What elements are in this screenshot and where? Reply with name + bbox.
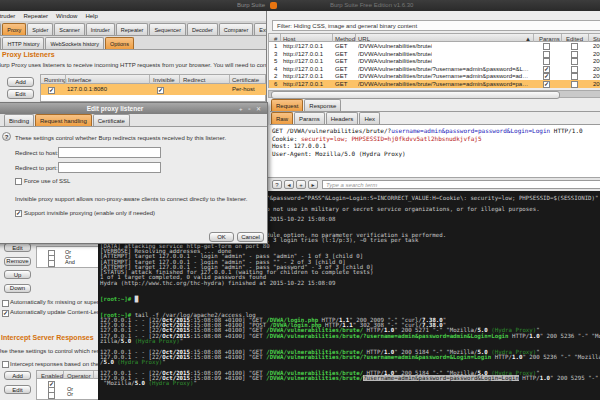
- tab-repeater[interactable]: Repeater: [116, 23, 149, 35]
- rule-enabled-checkbox[interactable]: [48, 260, 55, 267]
- subtab-http-history[interactable]: HTTP history: [2, 37, 44, 49]
- listener-row[interactable]: 127.0.0.1:8080 Per-host: [41, 84, 266, 95]
- running-checkbox[interactable]: [48, 87, 55, 94]
- tab-comparer[interactable]: Comparer: [219, 23, 253, 35]
- dialog-tab-binding[interactable]: Binding: [4, 114, 34, 126]
- history-row-1[interactable]: 1http://127.0.0.1GET/DVWA/vulnerabilitie…: [269, 42, 600, 50]
- tab-intruder[interactable]: Intruder: [86, 23, 115, 35]
- rsubtab-hex[interactable]: Hex: [359, 112, 380, 124]
- history-row-5[interactable]: 5http://127.0.0.1GET/DVWA/vulnerabilitie…: [269, 57, 600, 65]
- cancel-button[interactable]: Cancel: [237, 232, 264, 242]
- tab-decoder[interactable]: Decoder: [187, 23, 218, 35]
- search-btn-1[interactable]: ◂: [284, 180, 294, 189]
- intercept-responses-checkbox[interactable]: [2, 361, 9, 368]
- subtab-options[interactable]: Options: [105, 37, 134, 49]
- search-input[interactable]: Type a search term: [322, 180, 600, 189]
- subtab-websockets-history[interactable]: WebSockets history: [45, 37, 104, 49]
- cell-num: 5: [274, 58, 277, 64]
- horizontal-scrollbar[interactable]: [268, 90, 600, 98]
- cell-host: http://127.0.0.1: [283, 73, 323, 79]
- cell-params-checkbox: [543, 81, 550, 88]
- col-operator: Operator: [67, 373, 91, 379]
- edit-listener-button[interactable]: Edit: [7, 89, 34, 99]
- invisible-proxy-checkbox[interactable]: [15, 210, 22, 217]
- invisible-checkbox[interactable]: [157, 87, 164, 94]
- rtab-request[interactable]: Request: [271, 99, 303, 111]
- cell-method: GET: [335, 43, 347, 49]
- filter-bar[interactable]: Filter: Hiding CSS, image and general bi…: [272, 20, 600, 31]
- auto-update-checkbox[interactable]: [2, 310, 9, 317]
- rsubtab-headers[interactable]: Headers: [326, 112, 359, 124]
- history-row-3[interactable]: 3http://127.0.0.1GET/DVWA/vulnerabilitie…: [269, 50, 600, 58]
- cell-num: 1: [274, 43, 277, 49]
- server-rule-enabled-checkbox[interactable]: [48, 392, 55, 399]
- rule-operator: And: [65, 259, 75, 265]
- rsubtab-raw[interactable]: Raw: [271, 112, 293, 124]
- redirect-port-label: Redirect to port:: [15, 165, 58, 171]
- search-bar: Type a search term ?◂+▸: [268, 177, 600, 191]
- request-editor[interactable]: GET /DVWA/vulnerabilities/brute/?usernam…: [268, 125, 600, 177]
- force-ssl-label: Force use of SSL: [24, 178, 70, 184]
- dialog-tab-certificate[interactable]: Certificate: [93, 114, 130, 126]
- redirect-host-field[interactable]: [58, 147, 161, 158]
- tab-spider[interactable]: Spider: [27, 23, 53, 35]
- client-rules-remove-button[interactable]: Remove: [4, 257, 31, 266]
- history-row-2[interactable]: 2http://127.0.0.1GET/DVWA/vulnerabilitie…: [269, 72, 600, 80]
- client-rules-down-button[interactable]: Down: [4, 284, 31, 293]
- cell-edited-checkbox: [571, 81, 578, 88]
- auto-fix-checkbox[interactable]: [2, 300, 9, 307]
- tab-sequencer[interactable]: Sequencer: [149, 23, 186, 35]
- rsubtab-params[interactable]: Params: [294, 112, 325, 124]
- request-view-tabs: RawParamsHeadersHex: [270, 113, 600, 125]
- search-btn-3[interactable]: ▸: [308, 180, 318, 189]
- server-rules-add-button[interactable]: Add: [4, 371, 31, 380]
- dialog-window-controls[interactable]: + ▫ ✕: [239, 105, 263, 112]
- col-certificate: Certificate: [232, 77, 259, 83]
- cell-url: /DVWA/vulnerabilities/brute/?username=ad…: [358, 66, 530, 72]
- burp-app-icon: [270, 2, 277, 9]
- search-btn-2[interactable]: +: [296, 180, 306, 189]
- menu-intruder[interactable]: Intruder: [0, 13, 15, 19]
- dialog-tab-request-handling[interactable]: Request handling: [35, 114, 92, 126]
- client-rules-edit-button[interactable]: Edit: [4, 243, 31, 252]
- history-table-body: 1http://127.0.0.1GET/DVWA/vulnerabilitie…: [268, 42, 600, 88]
- subtab-intercept[interactable]: Intercept: [0, 37, 1, 49]
- force-ssl-checkbox[interactable]: [15, 178, 22, 185]
- interface-cell: 127.0.0.1:8080: [67, 86, 107, 92]
- tab-extender[interactable]: Extender: [254, 23, 266, 35]
- cell-status: 200: [593, 66, 600, 72]
- cell-url: /DVWA/vulnerabilities/brute/: [358, 51, 432, 57]
- listeners-table-header: Running Interface Invisible Redirect Cer…: [40, 74, 266, 84]
- tab-proxy[interactable]: Proxy: [2, 23, 26, 35]
- cell-num: 3: [274, 51, 277, 57]
- search-btn-0[interactable]: ?: [272, 180, 282, 189]
- rtab-response[interactable]: Response: [304, 99, 341, 111]
- request-line: Host: 127.0.0.1: [272, 142, 326, 149]
- cell-url: /DVWA/vulnerabilities/brute/: [358, 58, 432, 64]
- cell-status: 200: [593, 51, 600, 57]
- redirect-host-label: Redirect to host:: [15, 150, 59, 156]
- titlebar-right-title: Burp Suite Free Edition v1.6.30: [330, 2, 413, 8]
- add-listener-button[interactable]: Add: [7, 77, 34, 87]
- tab-scanner[interactable]: Scanner: [54, 23, 85, 35]
- request-line: GET /DVWA/vulnerabilities/brute/?usernam…: [272, 127, 583, 134]
- ok-button[interactable]: OK: [209, 232, 234, 242]
- help-button[interactable]: ?: [2, 132, 11, 141]
- history-row-4[interactable]: 4http://127.0.0.1GET/DVWA/vulnerabilitie…: [269, 65, 600, 73]
- menu-help[interactable]: Help: [85, 13, 97, 19]
- history-row-6[interactable]: 6http://127.0.0.1GET/DVWA/vulnerabilitie…: [269, 80, 600, 88]
- cell-url: /DVWA/vulnerabilities/brute/: [358, 43, 432, 49]
- tab-target[interactable]: Target: [0, 23, 1, 35]
- redirect-port-field[interactable]: [58, 162, 161, 173]
- dialog-titlebar[interactable]: Edit proxy listener: [0, 103, 267, 114]
- desktop: { "titlebar": { "left_title": "Burp Suit…: [0, 0, 600, 400]
- cell-status: 200: [593, 58, 600, 64]
- invisible-proxy-info: Invisible proxy support allows non-proxy…: [15, 196, 247, 202]
- scrollbar-thumb[interactable]: [271, 91, 560, 99]
- client-rules-up-button[interactable]: Up: [4, 270, 31, 279]
- server-rules-edit-button[interactable]: Edit: [4, 385, 31, 394]
- col-redirect: Redirect: [183, 77, 205, 83]
- menu-window[interactable]: Window: [56, 13, 77, 19]
- menu-repeater[interactable]: Repeater: [23, 13, 48, 19]
- server-rule-operator: Or: [67, 391, 73, 397]
